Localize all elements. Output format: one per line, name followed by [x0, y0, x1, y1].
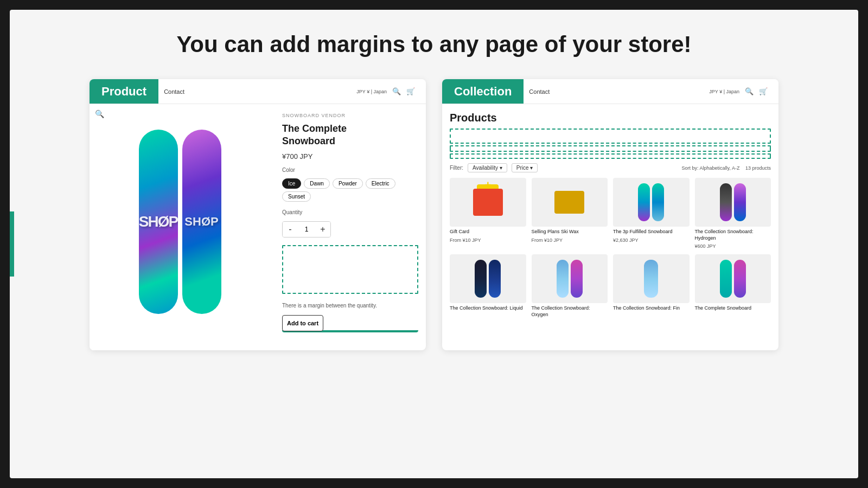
list-item[interactable]: The Collection Snowboard: Hydrogen ¥600 … [695, 178, 771, 249]
product-nav-contact[interactable]: Contact [164, 88, 184, 95]
collection-panel-header: Collection Contact JPY ¥ | Japan 🔍 🛒 [442, 79, 778, 104]
board-right [182, 130, 221, 314]
collection-dashed-bot [450, 153, 771, 159]
products-grid: Gift Card From ¥10 JPY Selling Plans Ski… [450, 178, 771, 320]
snowboard-image [139, 130, 226, 325]
board-dark2-image [450, 254, 526, 303]
collection-search-icon[interactable]: 🔍 [745, 87, 754, 95]
mini-board [571, 260, 583, 298]
product-card-name: The Collection Snowboard: Liquid [450, 305, 526, 312]
add-to-cart-button[interactable]: Add to cart [282, 315, 323, 331]
filter-label: Filter: [450, 165, 463, 171]
product-card-price: ¥2,630 JPY [613, 237, 690, 243]
quantity-control: - 1 + [282, 221, 331, 237]
color-label: Color [282, 167, 418, 173]
product-card-name: Gift Card [450, 229, 526, 235]
zoom-icon[interactable]: 🔍 [95, 110, 104, 118]
collection-nav-contact[interactable]: Contact [529, 88, 550, 95]
collection-currency[interactable]: JPY ¥ | Japan [709, 89, 739, 94]
gift-card-image [450, 178, 526, 227]
add-to-cart-wrapper: Add to cart [282, 313, 418, 332]
board-navy-image [532, 254, 608, 303]
product-title: The Complete Snowboard [282, 123, 418, 148]
collection-nav-right: JPY ¥ | Japan 🔍 🛒 [709, 87, 773, 95]
board-teal-image [613, 178, 690, 227]
wax-image [532, 178, 608, 227]
product-info-area: SNOWBOARD VENDOR The Complete Snowboard … [275, 104, 426, 350]
color-electric[interactable]: Electric [366, 178, 395, 189]
margin-note: There is a margin between the quantity. [282, 303, 418, 309]
board-dark-image [695, 178, 771, 227]
collection-label: Collection [442, 79, 524, 104]
list-item[interactable]: The Collection Snowboard: Liquid [450, 254, 526, 320]
sort-value[interactable]: Alphabetically, A-Z [700, 165, 740, 171]
product-price: ¥700 JPY [282, 152, 418, 160]
mini-board [489, 260, 501, 298]
product-card-price: From ¥10 JPY [532, 237, 608, 243]
product-card-name: The Collection Snowboard: Fin [613, 305, 690, 312]
list-item[interactable]: Selling Plans Ski Wax From ¥10 JPY [532, 178, 608, 249]
quantity-label: Quantity [282, 209, 418, 215]
filter-price[interactable]: Price ▾ [512, 163, 538, 172]
product-nav: Contact JPY ¥ | Japan 🔍 🛒 [158, 87, 426, 95]
gift-box [473, 189, 503, 216]
product-card-name: Selling Plans Ski Wax [532, 229, 608, 235]
page-heading: You can add margins to any page of your … [176, 31, 691, 57]
mini-board [475, 260, 487, 298]
product-label: Product [90, 79, 158, 104]
list-item[interactable]: The Complete Snowboard [695, 254, 771, 320]
filter-row: Filter: Availability ▾ Price ▾ Sort by: … [450, 163, 771, 172]
mini-board [638, 183, 650, 221]
product-panel: Product Contact JPY ¥ | Japan 🔍 🛒 🔍 [90, 79, 426, 350]
product-card-price: ¥600 JPY [695, 243, 771, 249]
quantity-value: 1 [298, 226, 315, 233]
mini-board [734, 183, 746, 221]
product-card-price: From ¥10 JPY [450, 237, 526, 243]
color-sunset[interactable]: Sunset [282, 191, 311, 202]
product-panel-header: Product Contact JPY ¥ | Japan 🔍 🛒 [90, 79, 426, 104]
collection-dashed-mid [450, 145, 771, 152]
list-item[interactable]: Gift Card From ¥10 JPY [450, 178, 526, 249]
product-nav-right: JPY ¥ | Japan 🔍 🛒 [356, 87, 420, 95]
board-complete-image [695, 254, 771, 303]
main-background: You can add margins to any page of your … [10, 10, 858, 478]
mini-board [720, 260, 732, 298]
cart-icon[interactable]: 🛒 [406, 87, 415, 95]
vendor-label: SNOWBOARD VENDOR [282, 113, 418, 118]
collection-nav: Contact JPY ¥ | Japan 🔍 🛒 [524, 87, 778, 95]
wax-box [554, 191, 584, 214]
collection-body: Products Filter: Availability ▾ Price ▾ … [442, 104, 778, 350]
margin-dashed-box [282, 245, 418, 294]
list-item[interactable]: The 3p Fulfilled Snowboard ¥2,630 JPY [613, 178, 690, 249]
collection-cart-icon[interactable]: 🛒 [759, 87, 768, 95]
list-item[interactable]: The Collection Snowboard: Fin [613, 254, 690, 320]
collection-heading: Products [450, 112, 771, 124]
collection-panel: Collection Contact JPY ¥ | Japan 🔍 🛒 Pro… [442, 79, 778, 350]
color-options: Ice Dawn Powder Electric Sunset [282, 178, 418, 202]
product-image-area: 🔍 [90, 104, 275, 350]
board-left [139, 130, 178, 314]
sort-label: Sort by: [682, 165, 699, 171]
product-panel-body: 🔍 SNOWBOARD VENDOR The Complete Snowboar… [90, 104, 426, 350]
product-card-name: The 3p Fulfilled Snowboard [613, 229, 690, 235]
color-dawn[interactable]: Dawn [304, 178, 330, 189]
sort-row: Sort by: Alphabetically, A-Z 13 products [682, 165, 771, 171]
search-icon[interactable]: 🔍 [392, 87, 401, 95]
collection-dashed-top [450, 129, 771, 144]
color-powder[interactable]: Powder [333, 178, 363, 189]
product-currency[interactable]: JPY ¥ | Japan [356, 89, 387, 94]
product-card-name: The Collection Snowboard: Oxygen [532, 305, 608, 318]
product-card-name: The Collection Snowboard: Hydrogen [695, 229, 771, 241]
board-lb-image [613, 254, 690, 303]
product-card-name: The Complete Snowboard [695, 305, 771, 312]
quantity-plus[interactable]: + [315, 222, 330, 237]
color-ice[interactable]: Ice [282, 178, 301, 189]
product-count: 13 products [745, 165, 771, 171]
list-item[interactable]: The Collection Snowboard: Oxygen [532, 254, 608, 320]
mini-board [734, 260, 746, 298]
teal-accent-bar [10, 211, 14, 277]
filter-availability[interactable]: Availability ▾ [468, 163, 507, 172]
quantity-minus[interactable]: - [283, 222, 298, 237]
mini-board [720, 183, 732, 221]
panels-row: Product Contact JPY ¥ | Japan 🔍 🛒 🔍 [42, 79, 826, 350]
